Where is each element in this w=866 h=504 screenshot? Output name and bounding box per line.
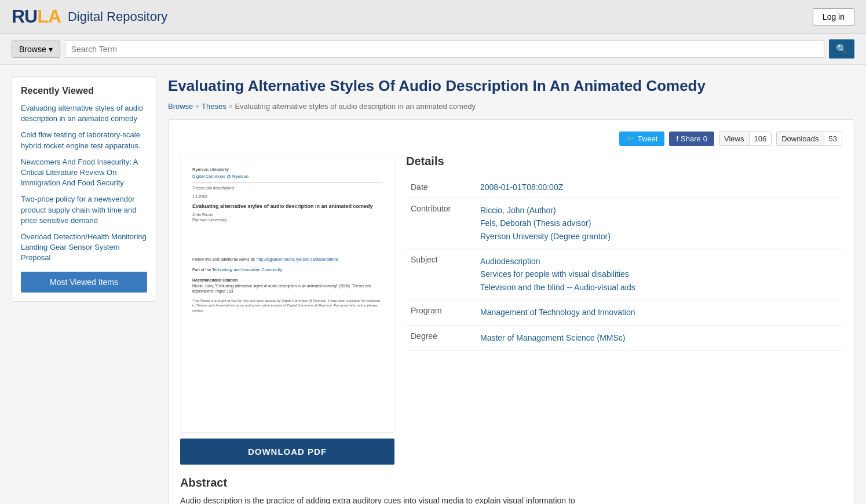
doc-institution: Ryerson University <box>192 167 382 173</box>
details-section: Details Date 2008-01-01T08:00:00Z Contri… <box>406 155 842 465</box>
contributor-link-2[interactable]: Fels, Deborah (Thesis advisor) <box>480 217 838 229</box>
search-icon: 🔍 <box>836 44 847 54</box>
downloads-label: Downloads <box>777 132 824 145</box>
logo: RULA <box>12 6 61 27</box>
date-label: Date <box>406 177 476 198</box>
share-count: 0 <box>703 134 707 143</box>
breadcrumb: Browse » Theses » Evaluating alternative… <box>168 102 854 111</box>
article-area: Evaluating Alternative Styles Of Audio D… <box>168 76 854 504</box>
doc-subtitle: Digital Commons @ Ryerson <box>192 174 382 180</box>
most-viewed-button[interactable]: Most Viewed Items <box>21 272 147 293</box>
abstract-text: Audio description is the practice of add… <box>180 494 842 504</box>
article-title: Evaluating Alternative Styles Of Audio D… <box>168 76 854 96</box>
details-title: Details <box>406 155 842 168</box>
sidebar-link-2[interactable]: Cold flow testing of laboratory-scale hy… <box>21 130 147 151</box>
tweet-label: Tweet <box>638 134 658 143</box>
site-title: Digital Repository <box>68 9 167 24</box>
views-count: 106 <box>750 132 772 145</box>
logo-area: RULA Digital Repository <box>12 6 167 27</box>
chevron-down-icon: ▾ <box>49 45 53 54</box>
browse-button[interactable]: Browse ▾ <box>12 41 60 58</box>
tweet-button[interactable]: 🐦 Tweet <box>619 132 665 146</box>
doc-university: Ryerson University <box>192 217 382 223</box>
header: RULA Digital Repository Log in <box>0 0 866 34</box>
subject-link-3[interactable]: Television and the blind -- Audio-visual… <box>480 281 838 294</box>
details-table: Date 2008-01-01T08:00:00Z Contributor Ri… <box>406 177 842 350</box>
doc-citation-title: Recommended Citation <box>192 277 382 283</box>
views-badge: Views 106 <box>719 132 772 146</box>
logo-a: A <box>48 6 61 27</box>
doc-follow: Follow this and additional works at: htt… <box>192 257 382 262</box>
logo-l: L <box>37 6 48 27</box>
sidebar-link-3[interactable]: Newcomers And Food Insecurity: A Critica… <box>21 157 147 189</box>
list-item: Overload Detection/Health Monitoring Lan… <box>21 232 147 264</box>
sidebar-link-5[interactable]: Overload Detection/Health Monitoring Lan… <box>21 232 147 264</box>
login-button[interactable]: Log in <box>813 8 854 25</box>
abstract-section: Abstract Audio description is the practi… <box>180 476 842 504</box>
social-bar: 🐦 Tweet f Share 0 Views 106 Downloads 53 <box>180 132 842 146</box>
table-row: Subject Audiodescription Services for pe… <box>406 249 842 300</box>
search-button[interactable]: 🔍 <box>829 39 854 59</box>
program-label: Program <box>406 300 476 325</box>
degree-label: Degree <box>406 325 476 350</box>
list-item: Newcomers And Food Insecurity: A Critica… <box>21 157 147 189</box>
browse-label: Browse <box>19 45 46 54</box>
breadcrumb-theses[interactable]: Theses <box>202 102 226 111</box>
breadcrumb-sep1: » <box>195 102 199 110</box>
doc-author: John Riccio <box>192 212 382 218</box>
main-content: Recently Viewed Evaluating alternative s… <box>0 65 866 504</box>
abstract-title: Abstract <box>180 476 842 490</box>
breadcrumb-sep2: » <box>229 102 233 110</box>
degree-link[interactable]: Master of Management Science (MMSc) <box>480 331 838 344</box>
contributor-link-1[interactable]: Riccio, John (Author) <box>480 204 838 217</box>
sidebar: Recently Viewed Evaluating alternative s… <box>12 76 156 504</box>
share-label: Share <box>681 134 701 143</box>
program-link[interactable]: Management of Technology and Innovation <box>480 306 838 319</box>
doc-preview-content: Ryerson University Digital Commons @ Rye… <box>181 155 394 432</box>
views-label: Views <box>719 132 749 145</box>
document-preview: Ryerson University Digital Commons @ Rye… <box>180 155 394 433</box>
twitter-icon: 🐦 <box>626 134 635 143</box>
recently-viewed-box: Recently Viewed Evaluating alternative s… <box>12 76 156 302</box>
downloads-badge: Downloads 53 <box>776 132 842 146</box>
list-item: Evaluating alternative styles of audio d… <box>21 103 147 124</box>
sidebar-title: Recently Viewed <box>21 86 147 96</box>
doc-community: Technology and Innovation Community <box>212 268 282 272</box>
doc-footer-text: This Thesis is brought to you for free a… <box>192 298 382 313</box>
breadcrumb-browse[interactable]: Browse <box>168 102 193 111</box>
content-box: 🐦 Tweet f Share 0 Views 106 Downloads 53 <box>168 119 854 504</box>
subject-label: Subject <box>406 249 476 300</box>
list-item: Cold flow testing of laboratory-scale hy… <box>21 130 147 151</box>
doc-citation-text: Riccio, John, "Evaluating alternative st… <box>192 283 382 294</box>
search-input[interactable] <box>65 41 824 58</box>
facebook-icon: f <box>676 134 678 143</box>
date-value: 2008-01-01T08:00:00Z <box>476 177 842 198</box>
breadcrumb-current: Evaluating alternative styles of audio d… <box>235 102 476 111</box>
table-row: Program Management of Technology and Inn… <box>406 300 842 325</box>
contributor-values: Riccio, John (Author) Fels, Deborah (The… <box>476 198 842 249</box>
downloads-count: 53 <box>824 132 842 145</box>
subject-link-2[interactable]: Services for people with visual disabili… <box>480 268 838 280</box>
download-pdf-button[interactable]: DOWNLOAD PDF <box>180 439 394 465</box>
doc-date: 1-1-2008 <box>192 194 382 199</box>
subject-values: Audiodescription Services for people wit… <box>476 249 842 300</box>
program-value: Management of Technology and Innovation <box>476 300 842 325</box>
search-bar: Browse ▾ 🔍 <box>0 34 866 65</box>
logo-u: U <box>24 6 37 27</box>
sidebar-link-4[interactable]: Two-price policy for a newsvendor produc… <box>21 194 147 226</box>
contributor-label: Contributor <box>406 198 476 249</box>
contributor-link-3[interactable]: Ryerson University (Degree grantor) <box>480 230 838 243</box>
doc-series: Theses and dissertations <box>192 185 382 191</box>
table-row: Contributor Riccio, John (Author) Fels, … <box>406 198 842 249</box>
logo-r: R <box>12 6 24 27</box>
doc-area: Ryerson University Digital Commons @ Rye… <box>180 155 842 465</box>
doc-part-of: Part of the Technology and Innovation Co… <box>192 267 382 273</box>
degree-value: Master of Management Science (MMSc) <box>476 325 842 350</box>
doc-follow-link: http://digitalcommons.ryerson.ca/dissert… <box>257 257 339 261</box>
sidebar-link-1[interactable]: Evaluating alternative styles of audio d… <box>21 103 147 124</box>
subject-link-1[interactable]: Audiodescription <box>480 255 838 268</box>
list-item: Two-price policy for a newsvendor produc… <box>21 194 147 226</box>
facebook-share-button[interactable]: f Share 0 <box>669 132 714 146</box>
table-row: Degree Master of Management Science (MMS… <box>406 325 842 350</box>
table-row: Date 2008-01-01T08:00:00Z <box>406 177 842 198</box>
